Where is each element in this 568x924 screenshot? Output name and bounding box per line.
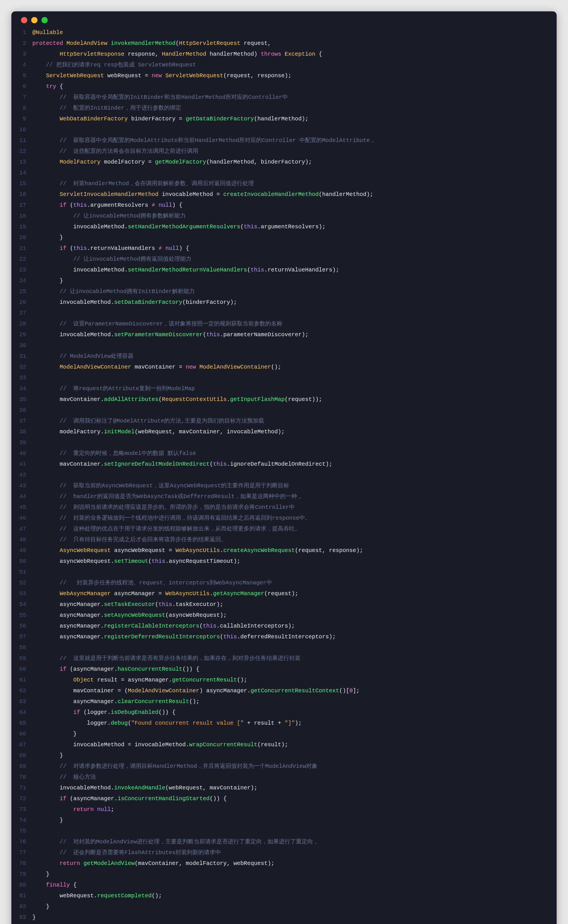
code-line: // 把我们的请求req resp包装成 ServletWebRequest: [32, 60, 549, 70]
code-line: // 让invocableMethod拥有返回值处理能力: [32, 254, 549, 265]
code-line: // 配置的InitBinder，用于进行参数的绑定: [32, 103, 549, 113]
code-line: [32, 826, 549, 836]
code-line: asyncManager.registerCallableInterceptor…: [32, 621, 549, 631]
code-line: }: [32, 729, 549, 740]
code-line: Object result = asyncManager.getConcurre…: [32, 675, 549, 685]
code-line: }: [32, 912, 549, 923]
maximize-icon[interactable]: [41, 17, 48, 23]
code-line: asyncWebRequest.setTimeout(this.asyncReq…: [32, 556, 549, 567]
code-line: [32, 308, 549, 319]
code-line: // 让invocableMethod拥有参数解析能力: [32, 211, 549, 222]
code-line: WebAsyncManager asyncManager = WebAsyncU…: [32, 588, 549, 599]
line-gutter: 1 2 3 4 5 6 7 8 9 10 11 12 13 14 15 16 1…: [19, 27, 32, 923]
code-line: if (asyncManager.isConcurrentHandlingSta…: [32, 793, 549, 804]
code-line: // 这种处理的优点在于用于请求分发的线程能够解放出来，从而处理更多的请求，提高…: [32, 524, 549, 534]
code-line: }: [32, 275, 549, 286]
code-line: ModelFactory modelFactory = getModelFact…: [32, 157, 549, 168]
code-line: // handler的返回值是否为WebAsyncTask或DefferredR…: [32, 491, 549, 502]
code-line: }: [32, 750, 549, 761]
code-line: return null;: [32, 804, 549, 815]
code-line: HttpServletResponse response, HandlerMet…: [32, 49, 549, 60]
code-line: // 封装handlerMethod，会在调用前解析参数、调用后对返回值进行处理: [32, 178, 549, 189]
code-line: invocableMethod.invokeAndHandle(webReque…: [32, 783, 549, 793]
code-line: // 对请求参数进行处理，调用目标HandlerMethod，并且将返回值封装为…: [32, 761, 549, 772]
code-line: }: [32, 869, 549, 880]
code-line: ModelAndViewContainer mavContainer = new…: [32, 362, 549, 373]
code-line: // 封装的业务逻辑放到一个线程池中进行调用，待该调用有返回结果之后再返回到re…: [32, 513, 549, 524]
code-line: invocableMethod.setHandlerMethodArgument…: [32, 222, 549, 232]
code-line: if (logger.isDebugEnabled()) {: [32, 707, 549, 718]
minimize-icon[interactable]: [31, 17, 38, 23]
code-line: WebDataBinderFactory binderFactory = get…: [32, 113, 549, 124]
code-line: // 获取容器中全局配置的InitBinder和当前HandlerMethod所…: [32, 92, 549, 103]
code-line: // 获取当前的AsyncWebRequest，这里AsyncWebReques…: [32, 480, 549, 491]
code-line: [32, 124, 549, 135]
code-line: // 对封装的ModelAndView进行处理，主要是判断当前请求是否进行了重定…: [32, 836, 549, 847]
code-line: [32, 340, 549, 351]
code-line: finally {: [32, 880, 549, 891]
code-line: asyncManager.setAsyncWebRequest(asyncWeb…: [32, 610, 549, 621]
code-line: protected ModelAndView invokeHandlerMeth…: [32, 38, 549, 49]
code-line: return getModelAndView(mavContainer, mod…: [32, 858, 549, 869]
code-line: ServletInvocableHandlerMethod invocableM…: [32, 189, 549, 200]
code-line: // 调用我们标注了@ModelAttribute的方法,主要是为我们的目标方法…: [32, 416, 549, 427]
code-line: [32, 567, 549, 578]
code-line: invocableMethod = invocableMethod.wrapCo…: [32, 740, 549, 750]
window-dots: [21, 17, 549, 23]
code-line: if (this.returnValueHandlers ≠ null) {: [32, 243, 549, 254]
code-line: AsyncWebRequest asyncWebRequest = WebAsy…: [32, 545, 549, 556]
code-line: invocableMethod.setParameterNameDiscover…: [32, 329, 549, 340]
code-area: 1 2 3 4 5 6 7 8 9 10 11 12 13 14 15 16 1…: [19, 27, 549, 923]
code-line: [32, 470, 549, 480]
code-line: // 让invocableMethod拥有InitBinder解析能力: [32, 286, 549, 297]
close-icon[interactable]: [21, 17, 27, 23]
code-line: asyncManager.registerDeferredResultInter…: [32, 631, 549, 642]
code-line: mavContainer.addAllAttributes(RequestCon…: [32, 394, 549, 405]
code-line: }: [32, 232, 549, 243]
code-line: // 还会判断是否需要将FlashAttributes封装到新的请求中: [32, 847, 549, 858]
code-line: [32, 642, 549, 653]
code-line: if (asyncManager.hasConcurrentResult()) …: [32, 664, 549, 675]
code-line: try {: [32, 81, 549, 92]
code-line: // 则说明当前请求的处理应该是异步的。所谓的异步，指的是当前请求会将Contr…: [32, 502, 549, 513]
code-line: logger.debug("Found concurrent result va…: [32, 718, 549, 729]
code-line: // 将request的Attribute复制一份到ModelMap: [32, 383, 549, 394]
code-line: // ModelAndView处理容器: [32, 351, 549, 362]
code-line: ServletWebRequest webRequest = new Servl…: [32, 70, 549, 81]
code-line: // 这些配置的方法将会在目标方法调用之前进行调用: [32, 146, 549, 157]
code-line: // 设置ParameterNameDiscoverer，该对象将按照一定的规则…: [32, 319, 549, 329]
code-line: // 重定向的时候，忽略model中的数据 默认false: [32, 448, 549, 459]
code-window: 1 2 3 4 5 6 7 8 9 10 11 12 13 14 15 16 1…: [11, 11, 557, 924]
watermark: CSDN @默辨: [515, 923, 550, 924]
source-code: @Nullableprotected ModelAndView invokeHa…: [32, 27, 549, 923]
code-line: [32, 373, 549, 383]
code-line: // 这里就是用于判断当前请求是否有异步任务结果的，如果存在，则对异步任务结果进…: [32, 653, 549, 664]
code-line: [32, 168, 549, 178]
code-line: }: [32, 901, 549, 912]
code-line: // 核心方法: [32, 772, 549, 783]
code-line: [32, 437, 549, 448]
code-line: modelFactory.initModel(webRequest, mavCo…: [32, 427, 549, 437]
code-line: if (this.argumentResolvers ≠ null) {: [32, 200, 549, 211]
code-line: asyncManager.clearConcurrentResult();: [32, 696, 549, 707]
code-line: [32, 405, 549, 416]
code-line: // 只有待目标任务完成之后才会回来将该异步任务的结果返回。: [32, 534, 549, 545]
code-line: webRequest.requestCompleted();: [32, 891, 549, 901]
code-line: mavContainer = (ModelAndViewContainer) a…: [32, 685, 549, 696]
code-line: invocableMethod.setHandlerMethodReturnVa…: [32, 265, 549, 275]
code-line: mavContainer.setIgnoreDefaultModelOnRedi…: [32, 459, 549, 470]
code-line: // 封装异步任务的线程池、request、interceptors到WebAs…: [32, 578, 549, 588]
code-line: // 获取容器中全局配置的ModelAttribute和当前HandlerMet…: [32, 135, 549, 146]
code-line: invocableMethod.setDataBinderFactory(bin…: [32, 297, 549, 308]
code-line: @Nullable: [32, 27, 549, 38]
code-line: }: [32, 815, 549, 826]
code-line: asyncManager.setTaskExecutor(this.taskEx…: [32, 599, 549, 610]
